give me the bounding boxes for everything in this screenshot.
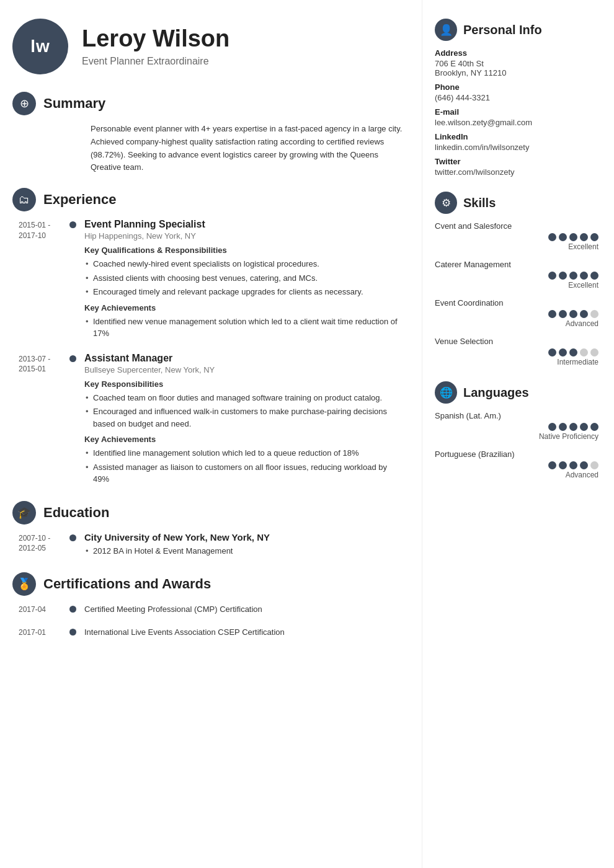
list-item: Coached team on floor duties and managed… [84, 392, 403, 404]
skill-level: Advanced [435, 319, 598, 328]
address-value: 706 E 40th StBrooklyn, NY 11210 [435, 59, 598, 78]
list-item: Assisted clients with choosing best venu… [84, 272, 403, 285]
certification-text: Certified Meeting Professional (CMP) Cer… [84, 603, 403, 615]
language-dot [580, 461, 588, 469]
skill-dots [435, 272, 598, 280]
achievements-label: Key Achievements [84, 303, 403, 312]
skill-item: Event CoordinationAdvanced [435, 298, 598, 328]
skill-name: Venue Selection [435, 337, 598, 346]
achievements-list: Identified new venue management solution… [84, 316, 403, 340]
language-item: Spanish (Lat. Am.)Native Proficiency [435, 411, 598, 441]
responsibilities-label: Key Qualifications & Responsibilities [84, 246, 403, 255]
skill-name: Caterer Management [435, 260, 598, 269]
certifications-section: 🏅 Certifications and Awards 2017-04Certi… [12, 572, 403, 638]
job-title: Event Planning Specialist [84, 219, 403, 230]
certifications-section-header: 🏅 Certifications and Awards [12, 572, 403, 596]
skill-item: Venue SelectionIntermediate [435, 337, 598, 366]
candidate-name: Leroy Wilson [82, 26, 229, 52]
experience-icon: 🗂 [12, 188, 36, 211]
skill-dot [580, 233, 588, 241]
header-text: Leroy Wilson Event Planner Extraordinair… [82, 26, 229, 67]
timeline-dot [69, 629, 76, 636]
list-item: 2012 BA in Hotel & Event Management [84, 545, 403, 557]
language-dot [548, 461, 556, 469]
skill-dot [559, 348, 567, 356]
skill-dot [548, 272, 556, 280]
skills-list: Cvent and SalesforceExcellentCaterer Man… [435, 221, 598, 366]
education-section: 🎓 Education 2007-10 - 2012-05City Univer… [12, 501, 403, 559]
skills-header: ⚙ Skills [435, 192, 598, 214]
experience-timeline: 2015-01 - 2017-10Event Planning Speciali… [19, 219, 403, 487]
certifications-timeline: 2017-04Certified Meeting Professional (C… [19, 603, 403, 638]
skill-dot [548, 348, 556, 356]
experience-section-header: 🗂 Experience [12, 188, 403, 211]
list-item: Encouraged timely and relevant package u… [84, 286, 403, 298]
language-dot [569, 461, 577, 469]
skill-dot [590, 233, 598, 241]
language-dots [435, 423, 598, 431]
certifications-icon: 🏅 [12, 572, 36, 596]
sidebar: 👤 Personal Info Address 706 E 40th StBro… [422, 0, 614, 868]
linkedin-value: linkedin.com/in/lwilsonzety [435, 143, 598, 152]
list-item: Assisted manager as liaison to customers… [84, 461, 403, 485]
language-dot [590, 423, 598, 431]
experience-date: 2013-07 - 2015-01 [19, 353, 68, 487]
education-item: 2007-10 - 2012-05City University of New … [19, 532, 403, 559]
skill-level: Excellent [435, 281, 598, 290]
candidate-subtitle: Event Planner Extraordinaire [82, 56, 229, 67]
job-title: Assistant Manager [84, 353, 403, 364]
achievements-label: Key Achievements [84, 435, 403, 444]
avatar: lw [12, 19, 68, 74]
responsibilities-list: Coached team on floor duties and managed… [84, 392, 403, 430]
language-name: Portuguese (Brazilian) [435, 450, 598, 459]
skill-dot [580, 348, 588, 356]
phone-label: Phone [435, 82, 598, 92]
education-title: Education [43, 505, 109, 521]
summary-section: ⊕ Summary Personable event planner with … [12, 92, 403, 174]
skills-title: Skills [463, 196, 496, 210]
certification-item: 2017-01International Live Events Associa… [19, 626, 403, 638]
experience-content: Event Planning SpecialistHip Happenings,… [84, 219, 403, 342]
experience-content: Assistant ManagerBullseye Supercenter, N… [84, 353, 403, 487]
skill-dot [569, 233, 577, 241]
job-company: Bullseye Supercenter, New York, NY [84, 365, 403, 374]
phone-value: (646) 444-3321 [435, 93, 598, 102]
experience-item: 2013-07 - 2015-01Assistant ManagerBullse… [19, 353, 403, 487]
language-level: Native Proficiency [435, 432, 598, 441]
email-label: E-mail [435, 107, 598, 117]
certification-text: International Live Events Association CS… [84, 626, 403, 638]
list-item: Coached newly-hired event specialists on… [84, 258, 403, 270]
education-details: 2012 BA in Hotel & Event Management [84, 545, 403, 557]
languages-header: 🌐 Languages [435, 381, 598, 404]
skill-dot [559, 233, 567, 241]
certification-date: 2017-01 [19, 626, 68, 638]
certification-item: 2017-04Certified Meeting Professional (C… [19, 603, 403, 615]
certifications-title: Certifications and Awards [43, 576, 211, 592]
school-name: City University of New York, New York, N… [84, 532, 403, 542]
skill-dot [569, 272, 577, 280]
timeline-dot [69, 355, 76, 362]
experience-date: 2015-01 - 2017-10 [19, 219, 68, 342]
languages-title: Languages [463, 386, 529, 400]
resume: lw Leroy Wilson Event Planner Extraordin… [0, 0, 614, 868]
skill-item: Cvent and SalesforceExcellent [435, 221, 598, 251]
skill-dot [548, 233, 556, 241]
education-section-header: 🎓 Education [12, 501, 403, 525]
skill-dot [590, 348, 598, 356]
skill-name: Cvent and Salesforce [435, 221, 598, 231]
skill-dots [435, 233, 598, 241]
personal-info-header: 👤 Personal Info [435, 19, 598, 41]
twitter-label: Twitter [435, 157, 598, 166]
experience-item: 2015-01 - 2017-10Event Planning Speciali… [19, 219, 403, 342]
summary-title: Summary [43, 95, 105, 112]
experience-section: 🗂 Experience 2015-01 - 2017-10Event Plan… [12, 188, 403, 487]
responsibilities-list: Coached newly-hired event specialists on… [84, 258, 403, 298]
skill-dot [559, 272, 567, 280]
language-item: Portuguese (Brazilian)Advanced [435, 450, 598, 479]
language-dot [548, 423, 556, 431]
timeline-dot [69, 221, 76, 228]
personal-info-icon: 👤 [435, 19, 457, 41]
summary-section-header: ⊕ Summary [12, 92, 403, 115]
skill-dot [569, 348, 577, 356]
language-dot [559, 461, 567, 469]
